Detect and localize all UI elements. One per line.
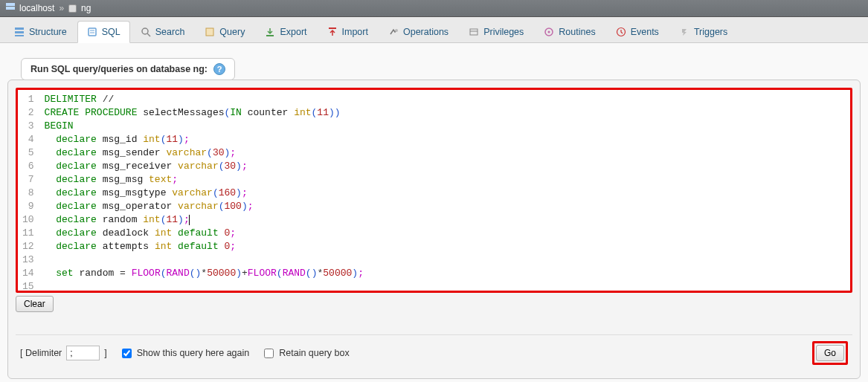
tab-import[interactable]: Import [318,20,378,42]
svg-point-11 [395,29,398,32]
sql-panel-header: Run SQL query/queries on database ng: ? [21,58,235,80]
go-button-highlight: Go [812,341,848,365]
svg-rect-1 [6,7,15,10]
retain-label: Retain query box [279,348,350,358]
line-number: 5 [22,146,34,160]
tab-label-triggers: Triggers [694,27,727,37]
show-again-label: Show this query here again [137,348,249,358]
line-number-gutter: 123456789101112131415 [18,90,40,291]
go-button[interactable]: Go [816,345,844,361]
delimiter-label-open: [ Delimiter [20,348,62,358]
tab-privileges[interactable]: Privileges [459,20,533,42]
code-line[interactable]: declare msg_operator varchar(100); [45,200,846,213]
svg-rect-10 [329,27,336,29]
show-again-wrap[interactable]: Show this query here again [119,346,249,360]
svg-point-6 [142,28,148,34]
delimiter-label-close: ] [104,348,106,358]
tab-routines[interactable]: Routines [534,20,605,42]
svg-line-7 [147,33,150,36]
tab-search[interactable]: Search [131,20,195,42]
line-number: 9 [22,200,34,213]
sql-editor-frame: 123456789101112131415 DELIMITER //CREATE… [16,88,852,293]
code-line[interactable]: DELIMITER // [45,93,846,106]
code-line[interactable]: declare attempts int default 0; [45,240,846,253]
line-number: 3 [22,120,34,133]
code-line[interactable]: BEGIN [45,120,846,133]
tab-label-query: Query [219,27,245,37]
svg-rect-5 [89,28,96,36]
import-icon [327,27,338,37]
tab-triggers[interactable]: Triggers [669,20,737,42]
svg-rect-4 [15,35,24,36]
delimiter-input[interactable] [66,346,100,360]
nav-tabs: StructureSQLSearchQueryExportImportOpera… [0,17,868,43]
events-icon [616,27,626,37]
tab-sql[interactable]: SQL [77,21,130,43]
breadcrumb-database-link[interactable]: ng [81,3,91,13]
line-number: 2 [22,106,34,120]
breadcrumb: localhost » ng [0,0,868,17]
tab-query[interactable]: Query [195,20,254,42]
line-number: 14 [22,267,34,280]
svg-rect-3 [15,31,24,33]
code-line[interactable]: declare msg_msgtype varchar(160); [45,187,846,200]
tab-export[interactable]: Export [255,20,316,42]
tab-label-structure: Structure [29,27,67,37]
code-line[interactable] [45,253,846,267]
code-line[interactable]: declare deadlock int default 0; [45,227,846,240]
tab-structure[interactable]: Structure [4,20,77,42]
routines-icon [544,27,554,37]
sql-code-area[interactable]: DELIMITER //CREATE PROCEDURE selectMessa… [40,90,850,291]
breadcrumb-separator: » [59,3,64,13]
line-number: 1 [22,93,34,106]
tab-label-routines: Routines [559,27,595,37]
code-line[interactable]: declare msg_id int(11); [45,133,846,146]
line-number: 4 [22,133,34,146]
code-line[interactable] [45,280,846,291]
line-number: 6 [22,160,34,173]
clear-button[interactable]: Clear [16,296,54,312]
privileges-icon [469,27,479,37]
search-icon [141,27,151,37]
breadcrumb-server-link[interactable]: localhost [19,3,54,13]
svg-rect-0 [6,3,15,6]
sql-panel-body: 123456789101112131415 DELIMITER //CREATE… [7,80,861,379]
tab-label-events: Events [631,27,659,37]
tab-label-privileges: Privileges [483,27,524,37]
line-number: 12 [22,240,34,253]
code-line[interactable]: declare msg_msg text; [45,173,846,187]
line-number: 10 [22,213,34,227]
query-icon [205,27,215,37]
tab-label-export: Export [280,27,306,37]
tab-operations[interactable]: Operations [379,20,458,42]
help-icon[interactable]: ? [213,63,225,75]
code-line[interactable]: CREATE PROCEDURE selectMessages(IN count… [45,106,846,120]
triggers-icon [679,27,689,37]
tab-label-import: Import [342,27,368,37]
code-line[interactable]: declare msg_sender varchar(30); [45,146,846,160]
line-number: 7 [22,173,34,187]
svg-rect-9 [266,35,274,36]
tab-label-sql: SQL [102,27,120,37]
database-icon [68,4,77,13]
tab-label-operations: Operations [403,27,449,37]
sql-icon [87,27,97,37]
code-line[interactable]: declare random int(11); [45,213,846,227]
show-again-checkbox[interactable] [122,349,132,358]
retain-checkbox[interactable] [264,349,274,358]
svg-point-15 [548,30,550,33]
code-line[interactable]: set random = FLOOR(RAND()*50000)+FLOOR(R… [45,267,846,280]
sql-editor[interactable]: 123456789101112131415 DELIMITER //CREATE… [18,90,850,291]
svg-rect-12 [470,29,478,35]
operations-icon [388,27,399,37]
code-line[interactable]: declare msg_receiver varchar(30); [45,160,846,173]
line-number: 11 [22,227,34,240]
line-number: 13 [22,253,34,267]
export-icon [265,27,275,37]
line-number: 15 [22,280,34,291]
tab-label-search: Search [155,27,185,37]
sql-options-bar: [ Delimiter ] Show this query here again… [16,334,852,371]
svg-rect-8 [206,28,213,36]
retain-wrap[interactable]: Retain query box [261,346,350,360]
tab-events[interactable]: Events [606,20,669,42]
